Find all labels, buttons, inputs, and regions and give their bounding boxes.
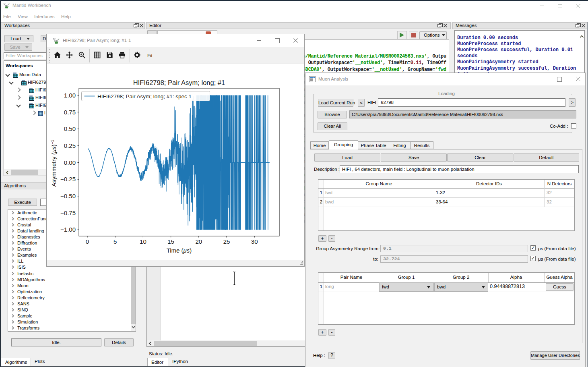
svg-text:30: 30 bbox=[251, 238, 258, 245]
svg-text:−0.75: −0.75 bbox=[60, 209, 76, 216]
svg-text:0.50: 0.50 bbox=[64, 125, 76, 132]
svg-text:HIFI62798; Pair Asym; long; #1: HIFI62798; Pair Asym; long; #1 bbox=[133, 79, 225, 86]
svg-text:−0.25: −0.25 bbox=[60, 176, 76, 182]
svg-text:0: 0 bbox=[86, 238, 89, 245]
svg-text:20: 20 bbox=[195, 238, 202, 245]
svg-text:−1.00: −1.00 bbox=[60, 226, 76, 233]
svg-text:0.00: 0.00 bbox=[64, 159, 76, 166]
svg-text:0.25: 0.25 bbox=[64, 142, 76, 149]
svg-text:−0.50: −0.50 bbox=[60, 193, 76, 199]
svg-text:25: 25 bbox=[223, 238, 230, 245]
svg-text:15: 15 bbox=[167, 238, 174, 245]
svg-text:5: 5 bbox=[113, 238, 117, 245]
svg-text:Time (μs): Time (μs) bbox=[167, 247, 192, 254]
svg-text:1.00: 1.00 bbox=[64, 92, 76, 99]
svg-text:0.75: 0.75 bbox=[64, 109, 76, 116]
svg-text:HIFI62798; Pair Asym; long; #1: HIFI62798; Pair Asym; long; #1: spec 1 bbox=[97, 93, 192, 100]
svg-text:Asymmetry (μs)−1: Asymmetry (μs)−1 bbox=[50, 139, 57, 187]
svg-text:10: 10 bbox=[140, 238, 146, 245]
